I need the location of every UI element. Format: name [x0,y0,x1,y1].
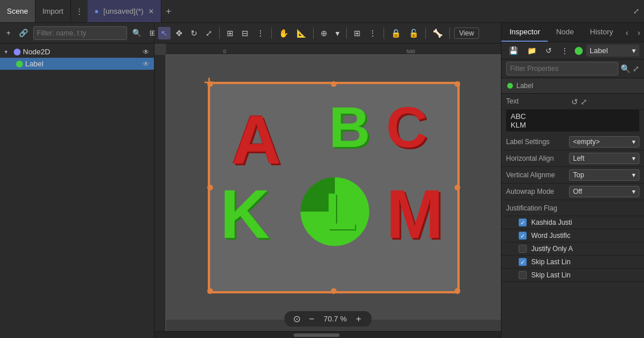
label-settings-select[interactable]: <empty> ▾ [569,136,639,148]
maximize-editor-button[interactable]: ⤢ [629,7,644,15]
pie-chart: L [301,177,369,246]
scene-search-button[interactable]: 🔍 [129,27,144,39]
more-tools-button[interactable]: ⋮ [254,27,267,39]
node-open-button[interactable]: 📁 [524,45,539,57]
scale-tool-button[interactable]: ⤢ [203,27,215,39]
view-button[interactable]: View [454,27,479,39]
h-align-text: Left [573,154,584,162]
label-settings-value[interactable]: <empty> ▾ [569,136,639,148]
flag4-checkbox[interactable] [519,258,527,266]
inspector-prev-button[interactable]: ‹ [621,26,633,39]
instance-node-button[interactable]: 🔗 [16,27,31,39]
filter-search-button[interactable]: 🔍 [621,64,630,73]
group-scale-button[interactable]: ⊟ [239,27,251,39]
history-tab[interactable]: History [582,23,621,42]
h-align-value[interactable]: Left ▾ [569,153,639,164]
canvas-viewport[interactable]: ✛ A B C K L M [166,55,501,320]
flag3-checkbox[interactable] [519,245,527,253]
add-node-button[interactable]: + [3,27,14,39]
scene-tree: ▾ Node2D 👁 Label 👁 [0,43,154,338]
node-type-icon [575,47,583,55]
ruler-tool-button[interactable]: 📐 [294,27,309,39]
inspector-next-button[interactable]: › [633,26,644,39]
node-more-button[interactable]: ⋮ [558,45,571,57]
toolbar-separator-4 [346,27,347,39]
text-line-1: ABC [511,112,635,121]
grid-button[interactable]: ⊞ [351,27,364,39]
grid-more-button[interactable]: ⋮ [366,27,380,39]
scene-tab[interactable]: Scene [0,0,35,22]
letter-M: M [386,174,444,253]
inspector-panel: Inspector Node History ‹ › 💾 📁 ↺ ⋮ Label… [501,23,644,338]
zoom-in-button[interactable]: + [353,314,365,324]
letter-B: B [329,94,370,160]
label-section-title: Label [516,82,533,90]
text-content-block[interactable]: ABC KLM [506,110,639,132]
toolbar-separator-7 [449,27,450,39]
handle-mr[interactable] [455,185,460,190]
text-line-2: KLM [511,121,635,129]
handle-br[interactable] [455,288,460,294]
v-align-row: Vertical Alignme Top ▾ [501,167,644,184]
zoom-out-button[interactable]: − [306,314,318,324]
add-tab-button[interactable]: + [161,6,176,17]
node-tab[interactable]: Node [548,23,582,42]
flag1-checkbox[interactable] [519,218,527,226]
group-button[interactable]: 🔓 [406,27,421,39]
pan-tool-button[interactable]: ✋ [276,27,291,39]
node2d-visibility-icon[interactable]: 👁 [143,48,149,56]
v-align-value[interactable]: Top ▾ [569,169,639,181]
snap-button[interactable]: ⊕ [318,27,330,39]
text-expand-button[interactable]: ⤢ [580,97,587,106]
handle-tr[interactable] [455,81,460,87]
handle-bl[interactable] [207,288,213,294]
select-tool-button[interactable]: ↖ [158,27,171,39]
h-align-select[interactable]: Left ▾ [569,153,639,164]
top-bar: Scene Import ⋮ ● [unsaved](*) ✕ + ⤢ [0,0,644,23]
origin-handle[interactable]: ✛ [204,75,214,90]
unsaved-tab-icon: ● [94,7,99,15]
editor-canvas: 0 500 0 500 [155,43,501,331]
move-tool-button[interactable]: ✥ [173,27,185,39]
node2d-icon [14,49,21,55]
node-save-button[interactable]: 💾 [506,45,521,57]
flag2-checkbox[interactable] [519,232,527,240]
tree-toggle-icon[interactable]: ▾ [5,49,11,55]
flag5-row: Skip Last Lin [501,269,644,282]
tree-item-label[interactable]: Label 👁 [0,58,154,70]
flag2-row: Word Justific [501,229,644,242]
text-reload-button[interactable]: ↺ [571,97,578,106]
zoom-reset-button[interactable]: ⊙ [291,313,303,324]
handle-tm[interactable] [331,81,337,87]
scrollbar-thumb[interactable] [294,333,339,337]
label-visibility-icon[interactable]: 👁 [143,60,149,68]
label-canvas[interactable]: ✛ A B C K L M [208,82,460,293]
scene-filter-input[interactable] [33,26,127,40]
ruler-tick-0: 0 [223,49,226,54]
flag5-checkbox[interactable] [519,271,527,279]
v-align-select[interactable]: Top ▾ [569,169,639,181]
lock-button[interactable]: 🔒 [388,27,404,39]
scene-more-button[interactable]: ⋮ [71,7,88,15]
inspector-tab[interactable]: Inspector [501,23,548,42]
rotate-tool-button[interactable]: ↻ [188,27,200,39]
close-unsaved-tab-button[interactable]: ✕ [148,7,154,15]
tree-item-node2d[interactable]: ▾ Node2D 👁 [0,46,154,58]
label-icon [16,61,23,67]
filter-properties-input[interactable] [506,62,618,75]
node-reload-button[interactable]: ↺ [543,45,555,57]
snap-options-button[interactable]: ▾ [333,27,342,39]
horizontal-scrollbar[interactable] [155,331,501,338]
filter-expand-button[interactable]: ⤢ [633,64,639,73]
node-type-selector[interactable]: Label ▾ [586,45,639,57]
import-tab[interactable]: Import [35,0,71,22]
bone-button[interactable]: 🦴 [430,27,445,39]
autowrap-select[interactable]: Off ▾ [569,186,639,197]
handle-ml[interactable] [207,185,213,190]
autowrap-value[interactable]: Off ▾ [569,186,639,197]
group-move-button[interactable]: ⊞ [224,27,236,39]
unsaved-tab[interactable]: ● [unsaved](*) ✕ [88,0,161,22]
main-content: + 🔗 🔍 ⊞ ⋮ ▾ Node2D 👁 Label 👁 ↖ ✥ [0,23,644,338]
flag1-row: Kashida Justi [501,216,644,229]
handle-bm[interactable] [331,288,337,294]
